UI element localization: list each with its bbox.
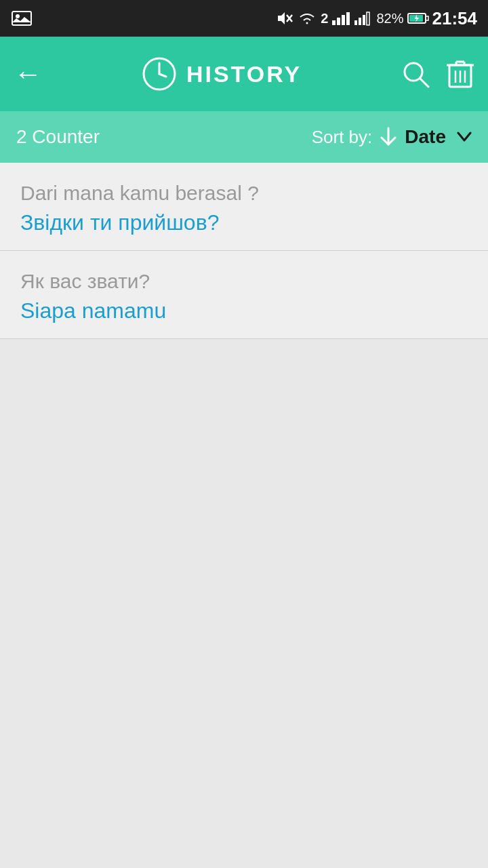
filter-bar: 2 Counter Sort by: Date — [0, 111, 488, 163]
delete-button[interactable] — [446, 58, 474, 90]
sort-control[interactable]: Sort by: Date — [312, 126, 472, 148]
signal-icon — [331, 11, 350, 26]
toolbar-center: HISTORY — [56, 56, 388, 92]
svg-rect-7 — [346, 12, 350, 25]
history-item-1[interactable]: Як вас звати? Siapa namamu — [0, 251, 488, 339]
svg-line-18 — [420, 79, 428, 87]
battery-icon — [407, 11, 429, 26]
battery-percent: 82% — [376, 11, 403, 26]
status-time: 21:54 — [432, 8, 478, 29]
history-item-0[interactable]: Dari mana kamu berasal ? Звідки ти прийш… — [0, 163, 488, 251]
svg-rect-8 — [354, 20, 357, 25]
search-button[interactable] — [401, 60, 430, 88]
source-text-0: Dari mana kamu berasal ? — [20, 182, 468, 205]
svg-rect-10 — [363, 15, 365, 25]
translation-text-1: Siapa namamu — [20, 298, 468, 323]
toolbar-title: HISTORY — [186, 61, 302, 87]
counter-label: 2 Counter — [16, 126, 312, 148]
status-bar: 2 82% 21:54 — [0, 0, 488, 37]
status-left-icons — [11, 10, 33, 26]
status-icons: 2 82% 21:54 — [276, 8, 477, 29]
signal2-icon — [354, 11, 373, 26]
svg-rect-9 — [359, 18, 361, 25]
sort-direction-icon — [379, 127, 398, 147]
wifi-icon — [297, 11, 317, 26]
sim-badge: 2 — [321, 11, 328, 26]
translation-text-0: Звідки ти прийшов? — [20, 210, 468, 235]
back-button[interactable]: ← — [14, 60, 42, 88]
sort-by-label: Sort by: — [312, 127, 373, 148]
source-text-1: Як вас звати? — [20, 270, 468, 293]
history-clock-icon — [142, 56, 177, 92]
mute-icon — [276, 11, 293, 26]
svg-rect-5 — [337, 18, 340, 25]
svg-rect-0 — [12, 12, 31, 25]
dropdown-arrow-icon — [457, 132, 472, 142]
toolbar: ← HISTORY — [0, 37, 488, 111]
toolbar-actions — [401, 58, 474, 90]
svg-point-1 — [16, 14, 20, 18]
history-list: Dari mana kamu berasal ? Звідки ти прийш… — [0, 163, 488, 339]
svg-rect-11 — [367, 12, 369, 25]
svg-rect-6 — [342, 15, 345, 25]
svg-line-16 — [159, 74, 166, 77]
sort-value: Date — [405, 126, 446, 148]
gallery-icon — [11, 10, 33, 26]
svg-rect-4 — [332, 20, 336, 25]
